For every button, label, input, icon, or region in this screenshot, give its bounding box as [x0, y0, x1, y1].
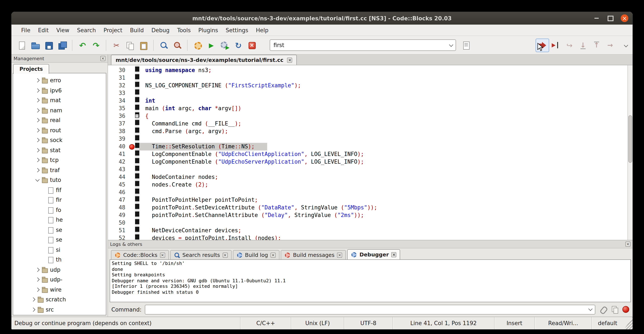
tree-item-tcp[interactable]: tcp	[13, 155, 106, 165]
chevron-right-icon[interactable]	[35, 168, 40, 172]
breakpoint-margin[interactable]	[129, 227, 135, 234]
new-file-button[interactable]	[15, 38, 28, 52]
run-button[interactable]	[204, 38, 218, 52]
logs-tab-build-messages[interactable]: Build messages	[281, 250, 346, 259]
close-tab-icon[interactable]	[287, 58, 292, 63]
code-line-42[interactable]: 42 LogComponentEnable ("UdpEchoServerApp…	[108, 158, 628, 166]
close-tab-icon[interactable]	[392, 252, 396, 257]
code-line-45[interactable]: 45 nodes.Create (2);	[108, 181, 628, 189]
tree-item-udp[interactable]: udp	[13, 265, 106, 275]
logs-tab-code-blocks[interactable]: Code::Blocks	[111, 250, 169, 259]
close-tab-icon[interactable]	[160, 252, 165, 257]
menu-project[interactable]: Project	[100, 25, 126, 35]
editor-tab[interactable]: mnt/dev/tools/source/ns-3-dev/examples/t…	[111, 55, 297, 65]
code-line-49[interactable]: 49 pointToPoint.SetChannelAttribute ("De…	[108, 211, 628, 219]
code-line-52[interactable]: 52 devices = pointToPoint.Install (nodes…	[108, 234, 628, 240]
breakpoint-margin[interactable]	[129, 181, 135, 189]
code-area[interactable]: 30using namespace ns3;3132NS_LOG_COMPONE…	[108, 65, 628, 240]
compiler-options-button[interactable]	[460, 38, 473, 52]
breakpoint-margin[interactable]	[129, 67, 135, 74]
code-line-39[interactable]: 39	[108, 135, 628, 143]
logs-tab-build-log[interactable]: Build log	[233, 250, 280, 259]
find-button[interactable]	[157, 38, 171, 52]
chevron-right-icon[interactable]	[31, 297, 35, 302]
build-target-dropdown[interactable]	[446, 40, 456, 51]
tree-item-rout[interactable]: rout	[13, 125, 106, 135]
breakpoint-margin[interactable]	[129, 120, 135, 128]
tree-item-he[interactable]: he	[13, 215, 106, 225]
title-bar[interactable]: mnt/dev/tools/source/ns-3-dev/examples/t…	[12, 12, 632, 25]
command-input-combo[interactable]	[145, 304, 595, 314]
attach-button[interactable]	[599, 305, 607, 314]
toolbar-overflow-chevron[interactable]	[624, 43, 628, 47]
chevron-down-icon[interactable]	[35, 177, 40, 182]
editor-scrollbar[interactable]	[628, 65, 632, 240]
minimize-icon[interactable]	[593, 15, 600, 22]
tree-item-mat[interactable]: mat	[13, 95, 106, 105]
breakpoint-margin[interactable]	[129, 204, 135, 211]
build-target-combo[interactable]	[270, 40, 456, 51]
code-line-32[interactable]: 32NS_LOG_COMPONENT_DEFINE ("FirstScriptE…	[108, 82, 628, 89]
rebuild-button[interactable]	[232, 38, 245, 52]
menu-debug[interactable]: Debug	[148, 25, 174, 35]
next-instruction-button[interactable]	[603, 38, 617, 52]
code-line-48[interactable]: 48 pointToPoint.SetDeviceAttribute ("Dat…	[108, 204, 628, 211]
resize-grip[interactable]	[624, 317, 632, 329]
scrollbar-thumb[interactable]	[628, 115, 632, 163]
tree-item-nam[interactable]: nam	[13, 105, 106, 115]
menu-settings[interactable]: Settings	[222, 25, 252, 35]
logs-tab-debugger[interactable]: Debugger	[347, 249, 400, 259]
code-line-50[interactable]: 50	[108, 219, 628, 227]
copy-button[interactable]	[123, 38, 137, 52]
menu-build[interactable]: Build	[126, 25, 148, 35]
code-line-40[interactable]: 40 Time::SetResolution (Time::NS);	[108, 143, 628, 150]
breakpoint-margin[interactable]	[129, 112, 135, 120]
tree-item-stat[interactable]: stat	[13, 145, 106, 155]
tree-item-erro[interactable]: erro	[13, 76, 106, 85]
abort-build-button[interactable]	[245, 38, 259, 52]
breakpoint-margin[interactable]	[129, 74, 135, 82]
logs-tab-search-results[interactable]: Search results	[170, 250, 232, 259]
breakpoint-margin[interactable]	[129, 143, 135, 150]
breakpoint-margin[interactable]	[129, 105, 135, 112]
breakpoint-margin[interactable]	[129, 189, 135, 196]
chevron-right-icon[interactable]	[35, 128, 40, 132]
code-editor[interactable]: 30using namespace ns3;3132NS_LOG_COMPONE…	[108, 65, 632, 240]
tree-item-se[interactable]: se	[13, 225, 106, 235]
tree-item-tuto[interactable]: tuto	[13, 175, 106, 185]
close-icon[interactable]	[621, 15, 628, 22]
chevron-right-icon[interactable]	[35, 98, 40, 103]
tree-item-real[interactable]: real	[13, 115, 106, 125]
cut-button[interactable]	[110, 38, 123, 52]
code-line-46[interactable]: 46	[108, 189, 628, 196]
chevron-right-icon[interactable]	[31, 307, 35, 312]
undo-button[interactable]	[76, 38, 89, 52]
tree-item-scratch[interactable]: scratch	[13, 294, 106, 304]
code-line-44[interactable]: 44 NodeContainer nodes;	[108, 173, 628, 181]
code-line-37[interactable]: 37 CommandLine cmd (__FILE__);	[108, 120, 628, 128]
step-out-button[interactable]	[590, 38, 603, 52]
menu-help[interactable]: Help	[252, 25, 272, 35]
chevron-right-icon[interactable]	[35, 138, 40, 142]
breakpoint-margin[interactable]	[129, 173, 135, 181]
fold-marker-icon[interactable]	[135, 114, 139, 118]
paste-button[interactable]	[137, 38, 150, 52]
run-to-cursor-button[interactable]	[549, 38, 563, 52]
code-line-33[interactable]: 33	[108, 89, 628, 97]
breakpoint-icon[interactable]	[129, 144, 135, 149]
breakpoint-margin[interactable]	[129, 82, 135, 89]
tree-item-src[interactable]: src	[13, 304, 106, 314]
breakpoint-margin[interactable]	[129, 166, 135, 173]
maximize-icon[interactable]	[607, 15, 614, 22]
chevron-right-icon[interactable]	[35, 78, 40, 83]
chevron-right-icon[interactable]	[35, 108, 40, 113]
code-line-41[interactable]: 41 LogComponentEnable ("UdpEchoClientApp…	[108, 150, 628, 158]
menu-search[interactable]: Search	[73, 25, 100, 35]
copy-log-button[interactable]	[610, 305, 619, 314]
chevron-right-icon[interactable]	[35, 268, 40, 272]
tree-item-fo[interactable]: fo	[13, 205, 106, 215]
code-line-34[interactable]: 34int	[108, 97, 628, 105]
command-dropdown[interactable]	[586, 305, 595, 314]
tree-item-si[interactable]: si	[13, 245, 106, 255]
breakpoint-margin[interactable]	[129, 150, 135, 158]
